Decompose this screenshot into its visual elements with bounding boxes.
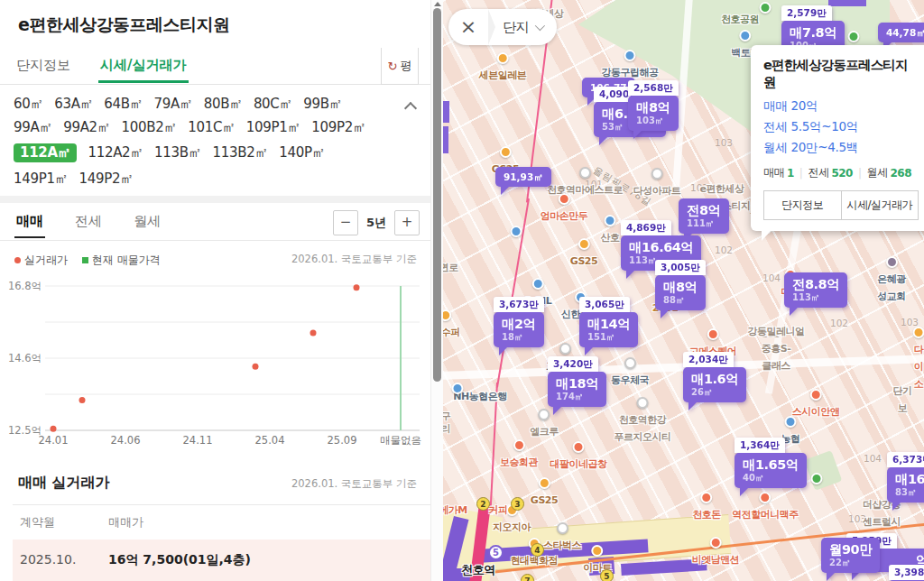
map-poi-NH농협은행: NH농협은행 bbox=[453, 386, 506, 403]
price-marker-[interactable]: 3,398만 bbox=[889, 562, 924, 581]
price-marker-매1.6억[interactable]: 2,034만매1.6억26㎡ bbox=[683, 349, 746, 410]
map-poi-단기보: 단기보 bbox=[892, 381, 913, 415]
map-poi-산호: 산호 bbox=[601, 215, 620, 244]
marker-body: 91,93㎡ bbox=[495, 167, 551, 187]
tab-price-history[interactable]: 시세/실거래가 bbox=[98, 48, 188, 82]
area-option-100B2㎡[interactable]: 100B2㎡ bbox=[122, 121, 178, 134]
period-minus-button[interactable]: − bbox=[333, 210, 358, 235]
marker-tail bbox=[892, 503, 901, 511]
price-marker-매2억[interactable]: 3,673만매2억18㎡ bbox=[494, 294, 544, 355]
count-wolse-value: 268 bbox=[891, 167, 912, 180]
complex-detail-panel: e편한세상강동프레스티지원 단지정보 시세/실거래가 ↻평 60㎡63A㎡64B… bbox=[0, 0, 430, 581]
price-marker-매8억[interactable]: 3,005만매8억88㎡ bbox=[655, 257, 706, 318]
marker-unit-price: 1,364만 bbox=[735, 438, 785, 453]
count-maemae-label: 매매 bbox=[763, 165, 784, 180]
area-option-140P㎡[interactable]: 140P㎡ bbox=[279, 146, 325, 160]
period-label: 5년 bbox=[366, 215, 386, 231]
marker-body: 매8억103㎡ bbox=[628, 96, 679, 131]
price-marker-매16억[interactable]: 6,373만매16억83㎡ bbox=[887, 449, 924, 511]
tab-maemae[interactable]: 매매 bbox=[14, 204, 45, 237]
tab-wolse[interactable]: 월세 bbox=[132, 204, 162, 237]
area-option-80B㎡[interactable]: 80B㎡ bbox=[204, 97, 243, 111]
district-number: 102 bbox=[830, 318, 848, 328]
price-marker-전8.8억[interactable]: 전8.8억113㎡ bbox=[784, 272, 847, 316]
svg-text:12.5억: 12.5억 bbox=[8, 424, 42, 437]
price-marker-매1.65억[interactable]: 1,364만매1.65억40㎡ bbox=[735, 435, 807, 496]
map-marker-partial[interactable] bbox=[443, 101, 449, 123]
area-option-60㎡[interactable]: 60㎡ bbox=[14, 97, 43, 111]
cell-price: 16억 7,500(01일,4층) bbox=[108, 552, 251, 568]
trade-type-tab-bar: 매매 전세 월세 − 5년 + bbox=[0, 204, 430, 241]
poi-icon bbox=[538, 477, 550, 489]
page-title: e편한세상강동프레스티지원 bbox=[0, 0, 430, 48]
poi-label: 동우체국 bbox=[611, 374, 649, 386]
area-option-80C㎡[interactable]: 80C㎡ bbox=[254, 97, 292, 111]
poi-icon bbox=[785, 416, 797, 428]
section-divider bbox=[0, 196, 430, 203]
subway-exit-5: 5 bbox=[600, 569, 614, 581]
close-icon[interactable]: × bbox=[448, 9, 488, 45]
area-option-101C㎡[interactable]: 101C㎡ bbox=[188, 121, 236, 134]
map-marker-partial[interactable] bbox=[443, 126, 448, 153]
area-option-109P2㎡[interactable]: 109P2㎡ bbox=[311, 121, 365, 134]
svg-text:16.8억: 16.8억 bbox=[8, 280, 42, 292]
chart-source: 2026.01. 국토교통부 기준 bbox=[291, 253, 417, 266]
area-option-113B㎡[interactable]: 113B㎡ bbox=[154, 146, 201, 160]
marker-tail bbox=[661, 310, 669, 318]
marker-area: 18㎡ bbox=[502, 332, 536, 344]
scrollbar-up-arrow-icon[interactable] bbox=[434, 2, 441, 6]
map-poi-천호역한강: 천호역한강 푸르지오시티 bbox=[614, 397, 671, 444]
price-chart[interactable]: 16.8억14.6억12.5억24.0124.0624.1125.0425.09… bbox=[0, 270, 430, 452]
poi-label: 네수퍼 bbox=[443, 327, 460, 338]
map-canvas[interactable]: 올림픽로78길 e편한세상천호공원강동구립해공 도서관백토방천호2동 주민센터홈… bbox=[443, 0, 924, 581]
area-option-149P2㎡[interactable]: 149P2㎡ bbox=[79, 172, 133, 186]
svg-text:14.6억: 14.6억 bbox=[8, 352, 42, 364]
legend-square-icon bbox=[82, 257, 88, 263]
price-marker-매18억[interactable]: 3,420만매18억174㎡ bbox=[548, 354, 606, 415]
popup-complex-info-button[interactable]: 단지정보 bbox=[764, 191, 841, 219]
marker-body: 매8억88㎡ bbox=[655, 275, 706, 310]
area-option-63A㎡[interactable]: 63A㎡ bbox=[54, 97, 93, 111]
marker-tail bbox=[790, 308, 798, 316]
price-marker-매14억[interactable]: 3,065만매14억151㎡ bbox=[579, 294, 638, 355]
area-option-112A㎡[interactable]: 112A㎡ bbox=[14, 143, 77, 162]
marker-price: 매16.64억 bbox=[629, 240, 693, 255]
popup-sale-price: 매매 20억 bbox=[763, 98, 919, 115]
scrollbar-thumb[interactable] bbox=[433, 8, 441, 382]
marker-price: 매8억 bbox=[663, 280, 698, 295]
poi-icon bbox=[573, 441, 585, 453]
price-marker-월90만[interactable]: 월90만22㎡ bbox=[821, 538, 880, 581]
complex-filter-button[interactable]: 단지 bbox=[495, 19, 551, 36]
period-plus-button[interactable]: + bbox=[394, 210, 420, 235]
marker-tail bbox=[688, 402, 697, 410]
area-option-99A2㎡[interactable]: 99A2㎡ bbox=[63, 121, 110, 134]
price-marker-매8억[interactable]: 2,568만매8억103㎡ bbox=[628, 78, 679, 139]
poi-icon bbox=[511, 226, 522, 237]
area-option-112A2㎡[interactable]: 112A2㎡ bbox=[88, 146, 143, 160]
marker-tail bbox=[827, 573, 835, 581]
popup-price-history-button[interactable]: 시세/실거래가 bbox=[841, 191, 919, 219]
area-option-149P1㎡[interactable]: 149P1㎡ bbox=[14, 172, 68, 186]
marker-body: 매1.65억40㎡ bbox=[735, 453, 807, 488]
marker-tail bbox=[740, 488, 748, 496]
poi-label: GS25 bbox=[570, 255, 597, 267]
area-option-99A㎡[interactable]: 99A㎡ bbox=[14, 121, 52, 134]
pyeong-label: 평 bbox=[400, 58, 411, 74]
price-marker-91,93㎡[interactable]: 91,93㎡ bbox=[495, 167, 551, 195]
area-option-64B㎡[interactable]: 64B㎡ bbox=[104, 97, 143, 111]
area-option-113B2㎡[interactable]: 113B2㎡ bbox=[212, 146, 268, 160]
area-option-99B㎡[interactable]: 99B㎡ bbox=[303, 97, 342, 111]
marker-unit-price: 3,065만 bbox=[579, 297, 630, 312]
poi-label: 구 bbox=[443, 410, 450, 422]
tab-complex-info[interactable]: 단지정보 bbox=[14, 48, 72, 82]
collapse-area-list-button[interactable] bbox=[404, 101, 417, 114]
area-option-109P1㎡[interactable]: 109P1㎡ bbox=[246, 121, 300, 134]
tab-jeonse[interactable]: 전세 bbox=[73, 204, 104, 237]
panel-scrollbar[interactable] bbox=[430, 0, 443, 581]
area-option-79A㎡[interactable]: 79A㎡ bbox=[154, 97, 193, 111]
pyeong-toggle-button[interactable]: ↻평 bbox=[381, 48, 419, 85]
marker-unit-price: 3,005만 bbox=[655, 260, 706, 275]
marker-body: 매18억174㎡ bbox=[548, 372, 606, 407]
table-row[interactable]: 2025.10.16억 7,500(01일,4층) bbox=[13, 540, 430, 581]
poi-icon bbox=[499, 146, 511, 158]
